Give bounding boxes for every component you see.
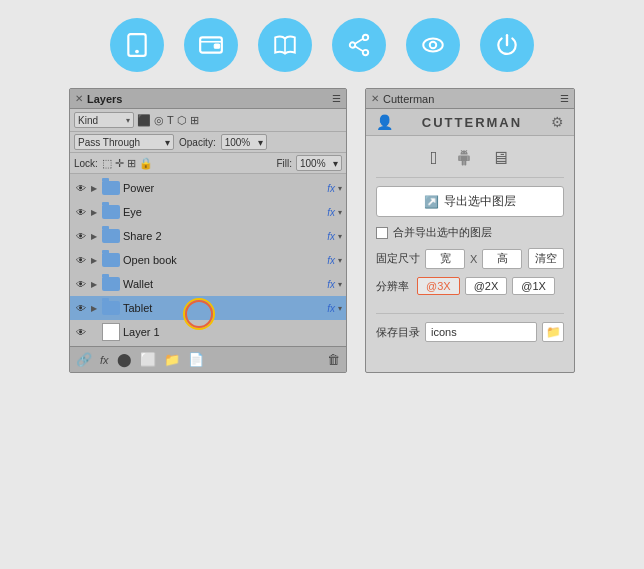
kind-search-label: Kind [78,115,126,126]
fill-arrow-icon: ▾ [333,158,338,169]
layer-row[interactable]: 👁 ▶ Power fx ▾ [70,176,346,200]
layer-expand-arrow-icon[interactable]: ▶ [91,232,99,241]
svg-point-7 [363,50,368,55]
new-group-icon[interactable]: 📁 [164,352,180,367]
layer-row[interactable]: 👁 ▶ Eye fx ▾ [70,200,346,224]
mask-icon[interactable]: ⬜ [140,352,156,367]
layer-visibility-icon[interactable]: 👁 [74,253,88,267]
layer-options-icon[interactable]: ▾ [338,232,342,241]
layer-expand-arrow-icon[interactable]: ▶ [91,280,99,289]
lock-label: Lock: [74,158,98,169]
layer-row[interactable]: 👁 ▶ Open book fx ▾ [70,248,346,272]
layer-visibility-icon[interactable]: 👁 [74,181,88,195]
apple-icon[interactable]:  [431,148,438,173]
size-row: 固定尺寸 宽 X 高 清空 [376,248,564,269]
layer-options-icon[interactable]: ▾ [338,208,342,217]
lock-icons: ⬚ ✛ ⊞ 🔒 [102,157,153,170]
wallet-icon [198,32,224,58]
lock-all-icon[interactable]: 🔒 [139,157,153,170]
kind-search-select[interactable]: Kind ▾ [74,112,134,128]
panel-close-icon[interactable]: ✕ [75,93,83,104]
res-1x-label: @1X [521,280,546,292]
top-icons-row [0,0,644,88]
layer-expand-arrow-icon[interactable]: ▶ [91,184,99,193]
book-icon-button[interactable] [258,18,312,72]
height-placeholder: 高 [497,251,508,266]
fx-bottom-icon[interactable]: fx [100,354,109,366]
layer-name: Eye [123,206,324,218]
smart-filter-icon[interactable]: ⊞ [190,114,199,127]
layer-row[interactable]: 👁 ▶ Share 2 fx ▾ [70,224,346,248]
cutterman-titlebar-left: ✕ Cutterman [371,93,434,105]
layer-visibility-icon[interactable]: 👁 [74,205,88,219]
new-layer-icon[interactable]: 📄 [188,352,204,367]
type-filter-icon[interactable]: T [167,114,174,126]
save-directory-row: 保存目录 icons 📁 [376,313,564,342]
fill-value: 100% [300,158,326,169]
layer-row[interactable]: 👁 ▶ Layer 1 [70,320,346,344]
height-input[interactable]: 高 [482,249,522,269]
export-button-label: 导出选中图层 [444,193,516,210]
svg-line-8 [355,39,363,44]
browse-folder-button[interactable]: 📁 [542,322,564,342]
layer-expand-arrow-icon[interactable]: ▶ [91,304,99,313]
adjustment-filter-icon[interactable]: ◎ [154,114,164,127]
export-button[interactable]: ↗️ 导出选中图层 [376,186,564,217]
power-icon-button[interactable] [480,18,534,72]
blend-mode-select[interactable]: Pass Through ▾ [74,134,174,150]
svg-point-5 [363,35,368,40]
share-icon-button[interactable] [332,18,386,72]
layer-visibility-icon[interactable]: 👁 [74,325,88,339]
fill-label: Fill: [276,158,292,169]
shape-filter-icon[interactable]: ⬡ [177,114,187,127]
android-icon[interactable] [455,148,473,173]
monitor-icon[interactable]: 🖥 [491,148,509,173]
eye-icon-button[interactable] [406,18,460,72]
layer-row[interactable]: 👁 ▶ Wallet fx ▾ [70,272,346,296]
layer-row-selected[interactable]: 👁 ▶ Tablet fx ▾ [70,296,346,320]
width-input[interactable]: 宽 [425,249,465,269]
link-icon[interactable]: 🔗 [76,352,92,367]
layer-options-icon[interactable]: ▾ [338,184,342,193]
wallet-icon-button[interactable] [184,18,238,72]
layer-folder-icon [102,205,120,219]
layer-visibility-icon[interactable]: 👁 [74,301,88,315]
opacity-arrow-icon: ▾ [258,137,263,148]
lock-pixel-icon[interactable]: ⬚ [102,157,112,170]
cutterman-title: Cutterman [383,93,434,105]
layer-name: Open book [123,254,324,266]
res-2x-button[interactable]: @2X [465,277,508,295]
lock-position-icon[interactable]: ✛ [115,157,124,170]
merge-checkbox[interactable] [376,227,388,239]
save-dir-input[interactable]: icons [425,322,537,342]
adjustment-layer-icon[interactable]: ⬤ [117,352,132,367]
layer-expand-arrow-icon[interactable]: ▶ [91,208,99,217]
res-3x-button[interactable]: @3X [417,277,460,295]
pixel-filter-icon[interactable]: ⬛ [137,114,151,127]
blend-mode-row: Pass Through ▾ Opacity: 100% ▾ [70,132,346,153]
cutterman-close-icon[interactable]: ✕ [371,93,379,104]
layer-thumbnail [102,323,120,341]
layer-options-icon[interactable]: ▾ [338,256,342,265]
opacity-select[interactable]: 100% ▾ [221,134,267,150]
cutterman-menu-icon[interactable]: ☰ [560,93,569,104]
clear-size-label: 清空 [535,252,557,264]
delete-layer-icon[interactable]: 🗑 [327,352,340,367]
layer-options-icon[interactable]: ▾ [338,304,342,313]
svg-point-1 [136,50,139,53]
layer-options-icon[interactable]: ▾ [338,280,342,289]
fill-select[interactable]: 100% ▾ [296,155,342,171]
cutterman-settings-icon[interactable]: ⚙ [551,114,564,130]
blend-mode-value: Pass Through [78,137,140,148]
layer-visibility-icon[interactable]: 👁 [74,229,88,243]
tablet-icon-button[interactable] [110,18,164,72]
cutterman-panel: ✕ Cutterman ☰ 👤 CUTTERMAN ⚙  🖥 [365,88,575,373]
layer-expand-arrow-icon[interactable]: ▶ [91,256,99,265]
lock-artboard-icon[interactable]: ⊞ [127,157,136,170]
layer-visibility-icon[interactable]: 👁 [74,277,88,291]
res-1x-button[interactable]: @1X [512,277,555,295]
clear-size-button[interactable]: 清空 [528,248,564,269]
size-label: 固定尺寸 [376,251,420,266]
save-dir-label: 保存目录 [376,325,420,340]
panel-menu-icon[interactable]: ☰ [332,93,341,104]
